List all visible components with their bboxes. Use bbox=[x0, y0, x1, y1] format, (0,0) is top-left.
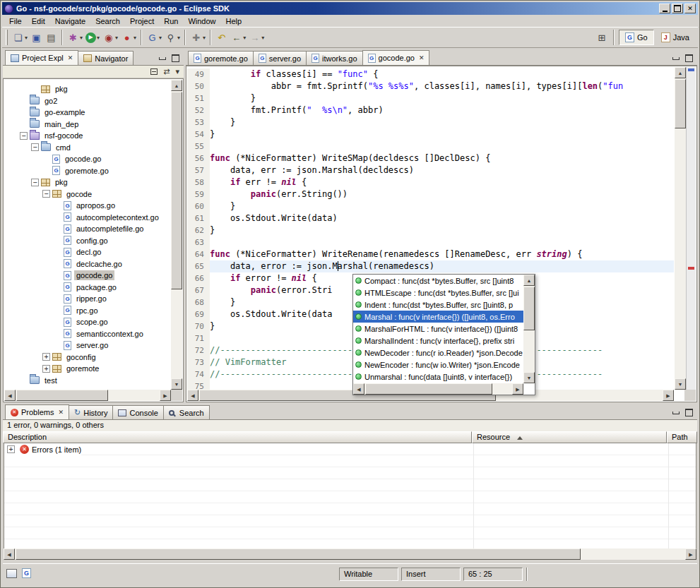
close-tab-icon[interactable]: ✕ bbox=[419, 54, 425, 61]
autocomplete-item[interactable]: Indent : func(dst *bytes.Buffer, src []u… bbox=[353, 299, 523, 311]
scroll-left-icon[interactable]: ◀ bbox=[353, 383, 364, 395]
collapse-icon[interactable]: − bbox=[31, 143, 39, 151]
open-perspective-button[interactable]: ⊞ bbox=[595, 30, 609, 44]
scroll-down-icon[interactable]: ▼ bbox=[523, 372, 535, 383]
view-tab-console[interactable]: Console bbox=[112, 405, 163, 419]
scroll-up-icon[interactable]: ▲ bbox=[523, 275, 535, 286]
explorer-horizontal-scrollbar[interactable]: ◀ ▶ bbox=[4, 390, 171, 401]
view-tab-history[interactable]: History bbox=[69, 405, 113, 419]
tree-item[interactable]: +goremote bbox=[4, 363, 171, 375]
expand-icon[interactable]: + bbox=[42, 365, 50, 373]
autocomplete-item[interactable]: Compact : func(dst *bytes.Buffer, src []… bbox=[353, 275, 523, 287]
autocomplete-item[interactable]: Unmarshal : func(data []uint8, v interfa… bbox=[353, 371, 523, 383]
run-last-launched-button[interactable]: ◉▾ bbox=[101, 30, 119, 45]
dropdown-arrow-icon[interactable]: ▾ bbox=[134, 35, 136, 41]
autocomplete-item[interactable]: MarshalIndent : func(v interface{}, pref… bbox=[353, 335, 523, 347]
scrollbar-thumb[interactable] bbox=[171, 92, 182, 289]
maximize-view-button[interactable] bbox=[684, 408, 694, 417]
tree-item[interactable]: ripper.go bbox=[4, 293, 171, 305]
tree-item[interactable]: −cmd bbox=[4, 142, 171, 154]
scroll-down-icon[interactable]: ▼ bbox=[171, 378, 182, 390]
autocomplete-item[interactable]: MarshalForHTML : func(v interface{}) ([]… bbox=[353, 323, 523, 335]
perspective-go-button[interactable]: G Go bbox=[619, 30, 654, 45]
menu-item-file[interactable]: File bbox=[4, 16, 27, 27]
scrollbar-thumb[interactable] bbox=[365, 383, 492, 395]
tree-item[interactable]: config.go bbox=[4, 235, 171, 247]
collapse-icon[interactable]: − bbox=[20, 132, 28, 140]
tree-item[interactable]: goremote.go bbox=[4, 165, 171, 177]
link-with-editor-button[interactable]: ⇄ bbox=[163, 68, 170, 76]
autocomplete-item[interactable]: HTMLEscape : func(dst *bytes.Buffer, src… bbox=[353, 287, 523, 299]
editor-tab-server-go[interactable]: server.go bbox=[253, 51, 307, 65]
editor-tab-gocode-go[interactable]: gocode.go✕ bbox=[362, 50, 430, 65]
last-edit-location-button[interactable]: ↶ bbox=[214, 30, 229, 45]
view-menu-button[interactable]: ▾ bbox=[175, 68, 179, 76]
save-button[interactable]: ▣ bbox=[29, 30, 44, 45]
menu-item-search[interactable]: Search bbox=[90, 16, 125, 27]
menu-item-project[interactable]: Project bbox=[125, 16, 159, 27]
view-tab-search[interactable]: Search bbox=[163, 405, 210, 419]
dropdown-arrow-icon[interactable]: ▾ bbox=[243, 35, 246, 41]
problems-horizontal-scrollbar[interactable]: ◀ ▶ bbox=[4, 548, 696, 560]
scroll-right-icon[interactable]: ▶ bbox=[160, 390, 171, 401]
dropdown-arrow-icon[interactable]: ▾ bbox=[177, 35, 180, 41]
tree-item[interactable]: autocompletefile.go bbox=[4, 223, 171, 235]
tree-item[interactable]: pkg bbox=[4, 83, 171, 95]
tree-item[interactable]: −pkg bbox=[4, 176, 171, 188]
go-build-button[interactable]: G▾ bbox=[145, 30, 163, 45]
dropdown-arrow-icon[interactable]: ▾ bbox=[203, 35, 206, 41]
scroll-down-icon[interactable]: ▼ bbox=[675, 378, 686, 390]
minimize-button[interactable] bbox=[659, 4, 670, 13]
tree-item[interactable]: decl.go bbox=[4, 246, 171, 258]
collapse-all-button[interactable] bbox=[150, 68, 158, 75]
tree-item[interactable]: server.go bbox=[4, 340, 171, 352]
minimize-view-button[interactable] bbox=[670, 408, 681, 417]
minimize-view-button[interactable] bbox=[157, 54, 167, 63]
scroll-left-icon[interactable]: ◀ bbox=[4, 548, 15, 560]
editor-tab-itworks-go[interactable]: itworks.go bbox=[306, 51, 363, 65]
perspective-status-icon[interactable]: G bbox=[22, 568, 31, 578]
tree-item[interactable]: package.go bbox=[4, 282, 171, 294]
scrollbar-thumb[interactable] bbox=[523, 287, 535, 330]
close-button[interactable] bbox=[684, 4, 696, 13]
explorer-tab-project-expl[interactable]: Project Expl✕ bbox=[5, 50, 78, 65]
search-button[interactable]: ⚲▾ bbox=[163, 30, 182, 45]
scroll-right-icon[interactable]: ▶ bbox=[512, 383, 523, 395]
print-button[interactable]: ▤ bbox=[44, 30, 59, 45]
scrollbar-thumb[interactable] bbox=[16, 548, 581, 560]
popup-horizontal-scrollbar[interactable]: ◀ ▶ bbox=[353, 383, 523, 395]
expand-icon[interactable]: + bbox=[42, 353, 50, 361]
maximize-editor-button[interactable] bbox=[684, 54, 694, 63]
scroll-left-icon[interactable]: ◀ bbox=[187, 390, 198, 401]
column-header-resource[interactable]: Resource bbox=[472, 431, 667, 443]
error-marker[interactable] bbox=[688, 267, 694, 270]
view-tab-problems[interactable]: Problems✕ bbox=[5, 404, 69, 419]
tree-item[interactable]: gocode.go bbox=[4, 153, 171, 165]
title-bar[interactable]: Go - nsf-gocode/src/pkg/gocode/gocode.go… bbox=[2, 2, 698, 15]
tree-item[interactable]: rpc.go bbox=[4, 305, 171, 317]
maximize-button[interactable] bbox=[672, 4, 683, 13]
tree-item[interactable]: +goconfig bbox=[4, 352, 171, 364]
tree-item[interactable]: gocode.go bbox=[4, 270, 171, 282]
scroll-up-icon[interactable]: ▲ bbox=[171, 80, 182, 91]
expand-icon[interactable]: + bbox=[7, 445, 15, 453]
scrollbar-thumb[interactable] bbox=[16, 390, 108, 401]
collapse-icon[interactable]: − bbox=[42, 190, 50, 198]
cursor-marker[interactable] bbox=[688, 68, 694, 71]
problems-row[interactable]: +Errors (1 item) bbox=[4, 443, 81, 455]
column-header-path[interactable]: Path bbox=[667, 431, 697, 443]
new-wizard-button[interactable]: ❏▾ bbox=[11, 30, 29, 45]
tree-item[interactable]: −gocode bbox=[4, 188, 171, 200]
scroll-left-icon[interactable]: ◀ bbox=[4, 390, 16, 401]
minimize-editor-button[interactable] bbox=[670, 54, 681, 63]
maximize-view-button[interactable] bbox=[170, 54, 181, 63]
autocomplete-item[interactable]: NewEncoder : func(w io.Writer) *json.Enc… bbox=[353, 359, 523, 371]
tree-item[interactable]: semanticcontext.go bbox=[4, 328, 171, 340]
popup-vertical-scrollbar[interactable]: ▲ ▼ bbox=[523, 275, 535, 383]
menu-item-window[interactable]: Window bbox=[183, 16, 220, 27]
scrollbar-thumb[interactable] bbox=[675, 79, 686, 128]
editor-tab-goremote-go[interactable]: goremote.go bbox=[188, 51, 254, 65]
column-header-description[interactable]: Description bbox=[3, 431, 472, 443]
menu-item-run[interactable]: Run bbox=[159, 16, 183, 27]
editor-vertical-scrollbar[interactable]: ▲ ▼ bbox=[675, 67, 686, 390]
